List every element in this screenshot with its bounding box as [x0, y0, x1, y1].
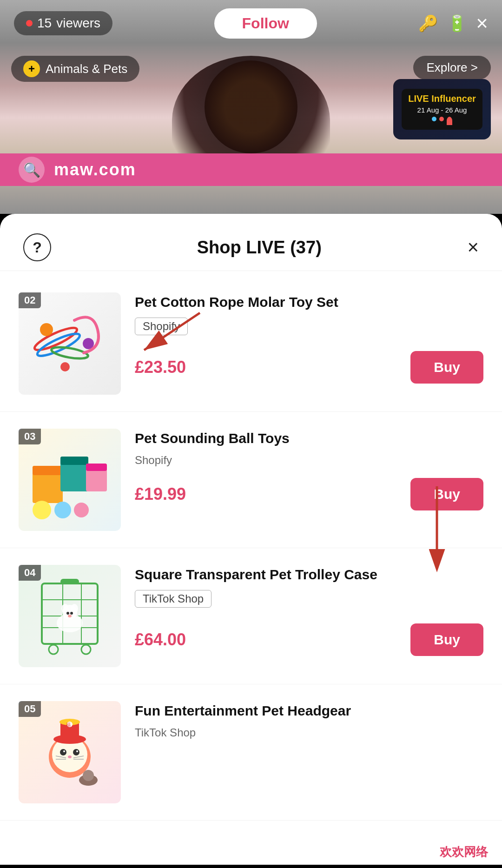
product-image-wrap: 04: [19, 565, 121, 667]
person-head: [205, 60, 297, 153]
viewers-badge: 15 viewers: [14, 11, 112, 35]
explore-pill[interactable]: Explore >: [413, 56, 491, 80]
product-price: £64.00: [135, 630, 186, 649]
live-video-area: 🔍 maw.com 15 viewers Follow 🔑 🔋 × + Anim…: [0, 0, 502, 214]
product-price: £23.50: [135, 358, 186, 377]
svg-point-41: [68, 755, 72, 758]
product-item: 04: [0, 548, 502, 684]
product-number: 03: [19, 429, 41, 444]
dot-decoration: [439, 117, 444, 121]
product-name: Pet Cotton Rope Molar Toy Set: [135, 292, 483, 312]
trolley-illustration: [28, 574, 112, 658]
svg-point-27: [81, 645, 91, 654]
product-source: TikTok Shop: [135, 590, 211, 608]
product-price: £19.99: [135, 484, 186, 504]
dot-decoration: [432, 117, 436, 121]
product-info: Square Transparent Pet Trolley Case TikT…: [135, 565, 483, 656]
svg-point-39: [63, 750, 65, 752]
category-plus-icon: +: [23, 60, 40, 77]
shop-help-button[interactable]: ?: [23, 233, 51, 261]
buy-button[interactable]: Buy: [410, 623, 483, 656]
buy-button[interactable]: Buy: [410, 478, 483, 510]
product-name: Fun Entertainment Pet Headgear: [135, 701, 483, 721]
product-item: 05: [0, 684, 502, 821]
product-image-wrap: 02: [19, 292, 121, 395]
product-info: Pet Cotton Rope Molar Toy Set Shopify £2…: [135, 292, 483, 384]
follow-button[interactable]: Follow: [214, 8, 317, 39]
influencer-card: LIVE Influencer 21 Aug - 26 Aug: [393, 79, 491, 139]
svg-point-31: [71, 604, 78, 613]
svg-point-40: [76, 750, 78, 752]
influencer-title: LIVE Influencer: [408, 93, 476, 104]
svg-text:福: 福: [66, 722, 71, 727]
product-number: 02: [19, 292, 41, 308]
banner-text: maw.com: [54, 160, 136, 179]
shop-close-button[interactable]: ×: [467, 236, 479, 258]
svg-point-37: [60, 749, 66, 755]
svg-rect-25: [60, 579, 79, 584]
product-image-wrap: 03: [19, 429, 121, 531]
product-number: 05: [19, 701, 41, 717]
product-item: 02: [0, 276, 502, 412]
buy-button[interactable]: Buy: [410, 351, 483, 384]
product-source: Shopify: [135, 318, 188, 335]
battery-icon: 🔋: [447, 14, 467, 33]
product-number: 04: [19, 565, 41, 581]
svg-rect-11: [60, 457, 88, 465]
viewers-label: viewers: [56, 16, 100, 31]
influencer-date: 21 Aug - 26 Aug: [408, 106, 476, 114]
live-top-bar: 15 viewers Follow 🔑 🔋 ×: [0, 0, 502, 46]
product-image-wrap: 05: [19, 701, 121, 803]
svg-point-38: [73, 749, 79, 755]
product-source: TikTok Shop: [135, 726, 483, 739]
watermark: 欢欢网络: [440, 844, 488, 860]
shop-title: Shop LIVE (37): [197, 238, 322, 258]
headgear-illustration: 福: [28, 710, 112, 794]
product-item: 03: [0, 412, 502, 548]
viewers-count: 15: [37, 16, 52, 31]
product-name: Square Transparent Pet Trolley Case: [135, 565, 483, 584]
live-close-button[interactable]: ×: [476, 13, 488, 33]
status-icons: 🔑 🔋 ×: [418, 13, 488, 33]
product-name: Pet Sounding Ball Toys: [135, 429, 483, 448]
product-list: 02: [0, 271, 502, 825]
svg-point-14: [33, 501, 51, 519]
ball-toy-illustration: [28, 438, 112, 522]
svg-point-16: [74, 503, 89, 517]
product-bottom: £64.00 Buy: [135, 623, 483, 656]
svg-point-26: [49, 645, 58, 654]
shop-panel: ? Shop LIVE (37) × 02: [0, 214, 502, 865]
svg-point-5: [60, 362, 70, 371]
key-icon: 🔑: [418, 14, 438, 33]
shop-header: ? Shop LIVE (37) ×: [0, 214, 502, 271]
svg-point-33: [70, 612, 73, 615]
live-dot: [26, 20, 33, 27]
live-banner: 🔍 maw.com: [0, 153, 502, 186]
category-label: Animals & Pets: [46, 62, 127, 76]
product-info: Pet Sounding Ball Toys Shopify £19.99 Bu…: [135, 429, 483, 510]
balloon-decoration: [447, 117, 452, 125]
svg-rect-9: [33, 466, 63, 475]
svg-point-34: [68, 615, 72, 617]
svg-rect-13: [86, 464, 107, 471]
category-pill[interactable]: + Animals & Pets: [11, 56, 139, 82]
banner-search-icon: 🔍: [19, 157, 45, 183]
svg-point-3: [40, 323, 53, 336]
product-info: Fun Entertainment Pet Headgear TikTok Sh…: [135, 701, 483, 750]
rope-toy-illustration: [28, 302, 112, 385]
product-bottom: £19.99 Buy: [135, 478, 483, 510]
svg-point-52: [83, 770, 94, 781]
product-bottom: £23.50 Buy: [135, 351, 483, 384]
svg-point-32: [66, 612, 69, 615]
svg-point-30: [61, 604, 69, 613]
product-source: Shopify: [135, 454, 483, 467]
svg-point-15: [54, 502, 71, 518]
